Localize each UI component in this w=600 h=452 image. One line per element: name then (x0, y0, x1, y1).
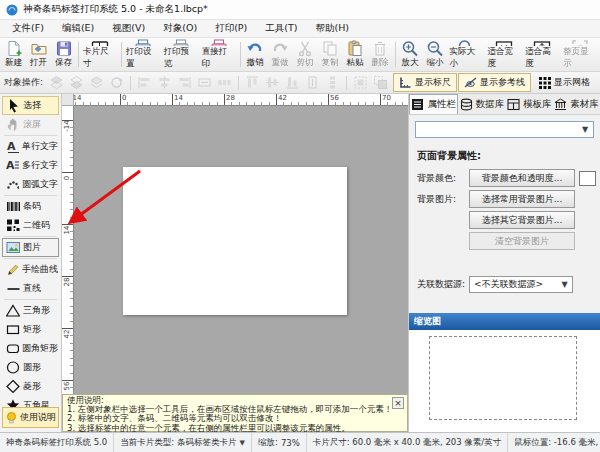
bg-image-common-button[interactable]: 选择常用背景图片... (469, 190, 575, 208)
align-center-icon[interactable] (155, 74, 174, 92)
layer-up-icon[interactable] (87, 74, 106, 92)
direct-print-icon (210, 39, 228, 46)
chevron-down-icon: ▼ (240, 439, 245, 447)
line-icon (6, 281, 20, 296)
align-middle-icon[interactable] (263, 74, 282, 92)
align-right-icon[interactable] (175, 74, 194, 92)
toolbar-separator (238, 76, 239, 90)
svg-text:A: A (7, 140, 16, 153)
zoom-in-button[interactable]: 放大 (398, 38, 423, 71)
paste-button[interactable]: 粘贴 (343, 38, 368, 71)
ruler-mark: 70 (382, 94, 391, 102)
fit-width-button[interactable]: 适合宽度 (485, 38, 523, 71)
tool-qrcode[interactable]: 二维码 (2, 216, 59, 235)
bring-front-icon[interactable] (47, 74, 66, 92)
save-icon (55, 40, 73, 57)
full-page-button[interactable]: 整页显示 (561, 38, 599, 71)
tool-diamond[interactable]: 菱形 (2, 377, 59, 396)
tool-rounded-rect[interactable]: 圆角矩形 (2, 339, 59, 358)
menu-object[interactable]: 对象(O) (154, 20, 206, 37)
new-button[interactable]: 新建 (1, 38, 26, 71)
actual-size-button[interactable]: 实际大小 (448, 38, 486, 71)
bg-image-clear-button[interactable]: 清空背景图片 (469, 232, 575, 250)
tool-circle[interactable]: 圆形 (2, 358, 59, 377)
help-button[interactable]: 使用说明 (2, 407, 59, 428)
app-window: 神奇条码标签打印系统 5.0 - 未命名1.lbcp* 文件(F) 编辑(E) … (0, 0, 600, 452)
tool-triangle[interactable]: 三角形 (2, 301, 59, 320)
object-toolbar: 对象操作: 显示标尺 显示参考线 显示网格 (0, 72, 600, 94)
redo-button[interactable]: 重做 (268, 38, 293, 71)
same-width-icon[interactable] (195, 74, 214, 92)
h-distribute-icon[interactable] (215, 74, 234, 92)
undo-icon (246, 40, 264, 57)
template-tab-icon (507, 98, 520, 111)
direct-print-button[interactable]: 直接打印 (200, 38, 238, 71)
print-settings-button[interactable]: 打印设置 (124, 38, 162, 71)
bg-color-button[interactable]: 背景颜色和透明度... (469, 169, 575, 187)
menu-view[interactable]: 视图(V) (103, 20, 154, 37)
tool-freehand[interactable]: 手绘曲线 (2, 260, 59, 279)
tool-line[interactable]: 直线 (2, 279, 59, 298)
show-grid-toggle[interactable]: 显示网格 (532, 73, 596, 92)
status-card-type[interactable]: 当前卡片类型: 条码标签类卡片 ▼ (114, 433, 252, 452)
ruler-mark: 14 (174, 94, 183, 102)
card-size-button[interactable]: 卡片尺寸 (81, 38, 119, 71)
send-back-icon[interactable] (67, 74, 86, 92)
save-button[interactable]: 保存 (51, 38, 76, 71)
menu-bar: 文件(F) 编辑(E) 视图(V) 对象(O) 打印(P) 工具(T) 帮助(H… (0, 20, 600, 38)
card-size-icon (91, 39, 109, 46)
label-canvas[interactable] (123, 167, 347, 315)
datasource-dropdown[interactable]: <不关联数据源> ▼ (469, 276, 573, 293)
bg-image-other-button[interactable]: 选择其它背景图片... (469, 211, 575, 229)
menu-print[interactable]: 打印(P) (206, 20, 256, 37)
tool-image[interactable]: 图片 (2, 238, 59, 257)
tool-arc-text[interactable]: 圆弧文字 (2, 175, 59, 194)
app-icon (6, 4, 18, 16)
copy-button[interactable]: 复制 (318, 38, 343, 71)
menu-file[interactable]: 文件(F) (3, 20, 53, 37)
tab-database[interactable]: 数据库 (458, 94, 505, 114)
rotate-icon[interactable] (107, 74, 126, 92)
ungroup-icon[interactable] (371, 74, 390, 92)
align-top-icon[interactable] (243, 74, 262, 92)
open-button[interactable]: 打开 (26, 38, 51, 71)
menu-help[interactable]: 帮助(H) (307, 20, 359, 37)
group-icon[interactable] (351, 74, 370, 92)
menu-tools[interactable]: 工具(T) (256, 20, 306, 37)
tool-rectangle[interactable]: 矩形 (2, 320, 59, 339)
print-preview-button[interactable]: 打印预览 (162, 38, 200, 71)
zoom-out-button[interactable]: 缩小 (423, 38, 448, 71)
align-bottom-icon[interactable] (283, 74, 302, 92)
sidebar-separator (4, 258, 57, 259)
align-left-icon[interactable] (135, 74, 154, 92)
tool-barcode[interactable]: 条码 (2, 197, 59, 216)
thumbnail-label-outline (429, 336, 577, 420)
rounded-rect-icon (6, 341, 19, 356)
cut-button[interactable]: 剪切 (293, 38, 318, 71)
print-settings-icon (134, 39, 152, 46)
title-bar: 神奇条码标签打印系统 5.0 - 未命名1.lbcp* (0, 0, 600, 20)
tool-pan[interactable]: 滚屏 (2, 115, 59, 134)
page-background-heading: 页面背景属性: (417, 149, 600, 163)
show-ruler-toggle[interactable]: 显示标尺 (393, 73, 457, 92)
tool-multi-text[interactable]: A 多行文字 (2, 156, 59, 175)
menu-edit[interactable]: 编辑(E) (53, 20, 103, 37)
close-icon[interactable]: × (392, 397, 404, 409)
tool-select[interactable]: 选择 (2, 96, 59, 115)
tab-templates[interactable]: 模板库 (506, 94, 553, 114)
object-selector-dropdown[interactable]: ▼ (415, 121, 594, 138)
tab-properties[interactable]: 属性栏 (409, 94, 458, 114)
fit-height-button[interactable]: 适合高度 (523, 38, 561, 71)
multi-text-icon: A (6, 158, 19, 173)
bg-color-swatch[interactable] (579, 171, 596, 186)
v-distribute-icon[interactable] (323, 74, 342, 92)
print-preview-icon (172, 39, 190, 46)
same-height-icon[interactable] (303, 74, 322, 92)
show-guides-toggle[interactable]: 显示参考线 (458, 73, 531, 92)
delete-button[interactable]: 删除 (368, 38, 393, 71)
pan-hand-icon (6, 117, 20, 132)
canvas-area[interactable]: -14 0 14 28 42 56 70 -14 0 14 28 42 56 (62, 94, 408, 432)
undo-button[interactable]: 撤销 (243, 38, 268, 71)
tab-materials[interactable]: 素材库 (553, 94, 600, 114)
tool-single-text[interactable]: A 单行文字 (2, 137, 59, 156)
